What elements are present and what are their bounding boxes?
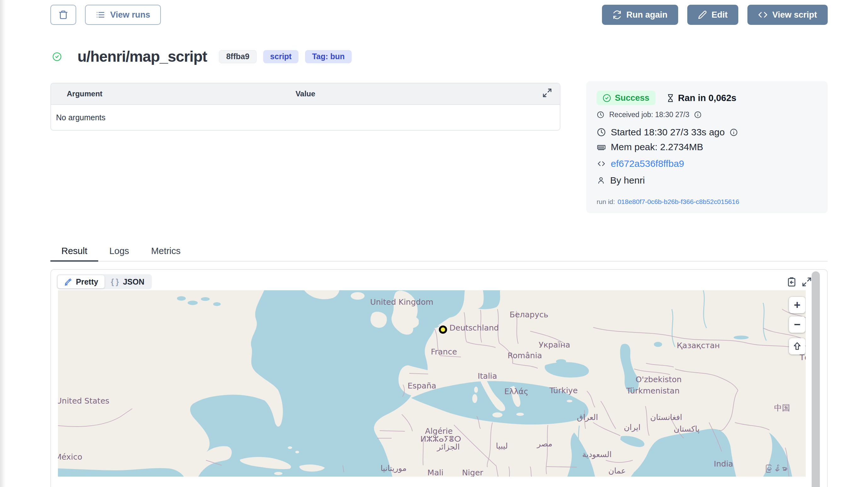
run-status-card: Success Ran in 0,062s Received job: 18:3… bbox=[586, 81, 828, 213]
run-again-label: Run again bbox=[626, 10, 668, 20]
map-label: عمان bbox=[608, 466, 626, 475]
view-script-button[interactable]: View script bbox=[747, 5, 828, 25]
json-label: JSON bbox=[123, 277, 144, 286]
map-label: France bbox=[431, 347, 457, 356]
result-map[interactable]: United KingdomБеларусьDeutschlandУкраїна… bbox=[58, 290, 806, 477]
map-label: မြန်မာ bbox=[764, 464, 788, 474]
map-label: مصر bbox=[536, 439, 553, 448]
map-label: العراق bbox=[577, 413, 598, 422]
mem-peak-row: Mem peak: 2.2734MB bbox=[597, 142, 817, 152]
map-north-arrow-button[interactable] bbox=[789, 338, 805, 355]
map-label: United States bbox=[58, 396, 109, 405]
value-column-header: Value bbox=[296, 89, 315, 98]
tab-result[interactable]: Result bbox=[50, 242, 98, 262]
code-icon bbox=[597, 159, 606, 169]
arrow-up-icon bbox=[792, 341, 802, 351]
pencil-icon bbox=[698, 10, 707, 19]
title-badges: 8ffba9 script Tag: bun bbox=[219, 50, 351, 63]
arguments-table: Argument Value No arguments bbox=[50, 83, 560, 131]
braces-icon: { } bbox=[111, 277, 120, 286]
trash-icon bbox=[58, 10, 68, 20]
success-check-icon bbox=[52, 52, 62, 61]
run-again-button[interactable]: Run again bbox=[602, 5, 678, 25]
map-label: India bbox=[714, 459, 733, 468]
info-icon[interactable] bbox=[694, 111, 702, 119]
map-label: السعودية bbox=[582, 450, 612, 459]
refresh-icon bbox=[613, 10, 621, 19]
view-runs-button[interactable]: View runs bbox=[85, 5, 161, 25]
map-zoom-in-button[interactable]: + bbox=[789, 297, 805, 313]
map-label: 中国 bbox=[774, 403, 790, 413]
map-marker[interactable] bbox=[440, 327, 446, 333]
map-label: Ελλάς bbox=[504, 387, 529, 396]
status-badge: Success bbox=[597, 91, 655, 105]
triggered-by-text: By henri bbox=[610, 175, 645, 186]
tag-badge: Tag: bun bbox=[305, 50, 352, 63]
kind-badge: script bbox=[263, 50, 299, 63]
started-row: Started 18:30 27/3 33s ago bbox=[597, 127, 817, 138]
map-label: O'zbekiston bbox=[636, 375, 682, 384]
toolbar-right: Run again Edit View script bbox=[602, 5, 828, 25]
hash-badge: 8ffba9 bbox=[219, 50, 256, 63]
person-icon bbox=[597, 176, 606, 185]
run-id-label: run id: bbox=[597, 198, 615, 206]
view-script-label: View script bbox=[772, 10, 817, 20]
script-hash-row: ef672a536f8ffba9 bbox=[597, 158, 817, 169]
pretty-label: Pretty bbox=[76, 277, 98, 286]
map-label: United Kingdom bbox=[370, 298, 434, 307]
arguments-table-header: Argument Value bbox=[51, 84, 560, 105]
map-label: ليبيا bbox=[496, 442, 508, 451]
map-svg: United KingdomБеларусьDeutschlandУкраїна… bbox=[58, 290, 806, 477]
edit-button[interactable]: Edit bbox=[687, 5, 738, 25]
maximize-icon bbox=[802, 277, 812, 287]
no-arguments-text: No arguments bbox=[56, 113, 105, 122]
received-job-text: Received job: 18:30 27/3 bbox=[609, 111, 689, 119]
status-row: Success Ran in 0,062s bbox=[597, 91, 817, 105]
code-icon bbox=[758, 10, 768, 20]
list-icon bbox=[96, 10, 105, 20]
memory-icon bbox=[597, 142, 606, 152]
run-id-link[interactable]: 018e80f7-0c6b-b26b-f366-c8b52c015616 bbox=[617, 198, 739, 206]
hourglass-icon bbox=[666, 94, 675, 102]
map-zoom-out-button[interactable]: − bbox=[789, 316, 805, 333]
map-label: Niger bbox=[462, 468, 483, 477]
tab-metrics[interactable]: Metrics bbox=[140, 242, 191, 262]
expand-arguments-icon[interactable] bbox=[542, 88, 552, 100]
map-label: Беларусь bbox=[510, 310, 549, 319]
mem-peak-text: Mem peak: 2.2734MB bbox=[611, 142, 703, 152]
map-label: موريتانيا bbox=[381, 464, 407, 473]
arguments-empty-row: No arguments bbox=[51, 105, 560, 130]
clipboard-copy-icon bbox=[786, 277, 797, 287]
tab-logs[interactable]: Logs bbox=[98, 242, 140, 262]
map-label: پاکستان bbox=[674, 424, 700, 433]
json-toggle[interactable]: { } JSON bbox=[104, 275, 151, 288]
edit-label: Edit bbox=[712, 10, 727, 20]
map-label: ایران bbox=[624, 423, 640, 432]
map-label: Türkiye bbox=[549, 386, 578, 395]
result-tabs: Result Logs Metrics bbox=[50, 242, 828, 262]
panel-scrollbar[interactable] bbox=[812, 271, 820, 487]
run-duration: Ran in 0,062s bbox=[666, 93, 736, 103]
map-label: Mali bbox=[428, 468, 443, 477]
page-header: u/henri/map_script 8ffba9 script Tag: bu… bbox=[52, 48, 352, 65]
map-label: افغانستان bbox=[650, 413, 682, 422]
view-runs-label: View runs bbox=[110, 10, 150, 20]
result-view-toggle: Pretty { } JSON bbox=[57, 274, 152, 289]
info-icon[interactable] bbox=[730, 128, 738, 136]
map-label: Україна bbox=[539, 340, 570, 349]
run-id-row: run id: 018e80f7-0c6b-b26b-f366-c8b52c01… bbox=[597, 198, 817, 206]
script-hash-link[interactable]: ef672a536f8ffba9 bbox=[611, 158, 684, 169]
map-label: España bbox=[407, 381, 436, 390]
copy-result-button[interactable] bbox=[786, 277, 797, 287]
map-label: México bbox=[58, 452, 82, 461]
expand-result-button[interactable] bbox=[802, 277, 812, 287]
delete-run-button[interactable] bbox=[50, 5, 76, 25]
map-label: Қазақстан bbox=[677, 341, 720, 350]
clock-icon bbox=[597, 111, 604, 119]
map-label: Türkmenistan bbox=[626, 386, 680, 395]
triggered-by-row: By henri bbox=[597, 175, 817, 186]
received-job-row: Received job: 18:30 27/3 bbox=[597, 111, 817, 119]
pretty-toggle[interactable]: Pretty bbox=[58, 275, 104, 288]
check-circle-icon bbox=[602, 94, 611, 102]
map-label: Italia bbox=[477, 371, 497, 381]
